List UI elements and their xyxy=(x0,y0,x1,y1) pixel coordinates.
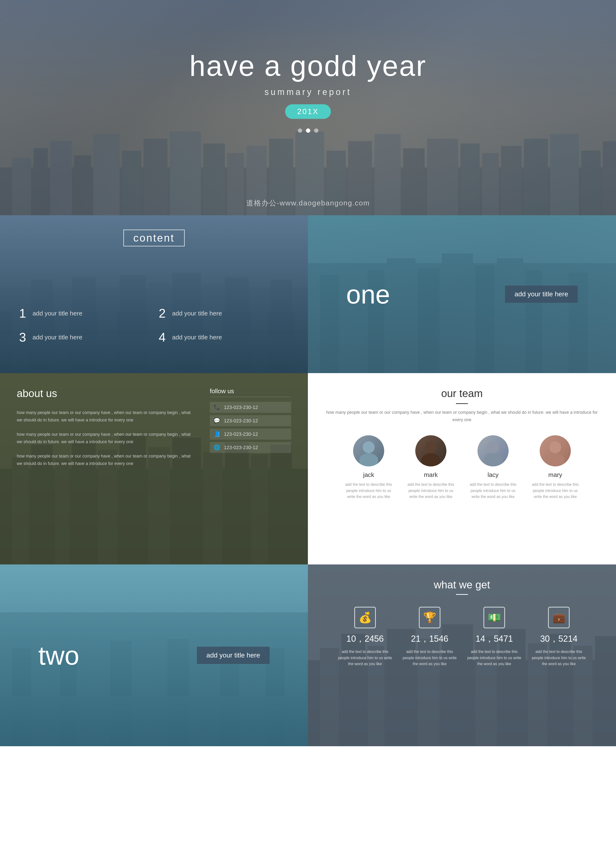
grid-text-3: add your title here xyxy=(33,334,82,341)
grid-num-1: 1 xyxy=(19,306,29,320)
svg-point-78 xyxy=(549,441,561,453)
slide-one: one add your title here xyxy=(308,215,616,373)
hero-title: have a godd year xyxy=(189,49,427,82)
chat-icon: 💬 xyxy=(214,418,220,424)
grid-text-4: add your title here xyxy=(172,334,222,341)
facebook-icon: 📘 xyxy=(214,431,220,437)
grid-num-2: 2 xyxy=(159,306,168,320)
stat-number-4: 30，5214 xyxy=(540,633,577,645)
member-desc-lacy: add the text to describe this people int… xyxy=(467,481,519,500)
dot-1[interactable] xyxy=(298,129,302,133)
contact-1: 📞 123-023-230-12 xyxy=(210,402,291,413)
stat-2: 🏆 21，1546 add the text to describe this … xyxy=(401,607,458,667)
contact-text-2: 123-023-230-12 xyxy=(224,418,258,424)
about-para-1: how many people our team or our company … xyxy=(17,409,191,424)
grid-text-2: add your title here xyxy=(172,310,222,317)
grid-item-4: 4 add your title here xyxy=(159,330,289,344)
follow-title: follow us xyxy=(210,388,291,397)
avatar-jack xyxy=(353,435,384,466)
hero-subtitle: summary report xyxy=(264,87,351,97)
whatweget-content: what we get 💰 10，2456 add the text to de… xyxy=(327,579,597,667)
content-label: content xyxy=(123,229,184,247)
hero-year: 201X xyxy=(285,104,331,119)
svg-point-75 xyxy=(421,453,440,466)
stat-icon-4: 💼 xyxy=(548,607,570,628)
grid-item-2: 2 add your title here xyxy=(159,306,289,320)
stat-1: 💰 10，2456 add the text to describe this … xyxy=(336,607,394,667)
grid-item-1: 1 add your title here xyxy=(19,306,149,320)
stat-number-2: 21，1546 xyxy=(411,633,448,645)
watermark: 道格办公-www.daogebangong.com xyxy=(246,198,370,208)
member-mary: mary add the text to describe this peopl… xyxy=(529,435,581,500)
stat-desc-1: add the text to describe this people int… xyxy=(336,649,394,667)
stat-3: 💵 14，5471 add the text to describe this … xyxy=(465,607,523,667)
about-title: about us xyxy=(17,388,191,399)
avatar-mary xyxy=(540,435,571,466)
dot-3[interactable] xyxy=(314,129,318,133)
content-grid: 1 add your title here 2 add your title h… xyxy=(19,306,289,344)
two-word: two xyxy=(38,640,79,671)
grid-num-3: 3 xyxy=(19,330,29,344)
one-title-box: add your title here xyxy=(505,286,578,303)
member-desc-jack: add the text to describe this people int… xyxy=(343,481,395,500)
one-word: one xyxy=(346,279,390,309)
contact-text-3: 123-023-230-12 xyxy=(224,432,258,437)
team-members: jack add the text to describe this peopl… xyxy=(325,435,599,500)
web-icon: 🌐 xyxy=(214,444,220,451)
member-name-mary: mary xyxy=(548,471,562,479)
svg-point-72 xyxy=(363,441,375,453)
svg-point-77 xyxy=(484,453,503,466)
svg-point-79 xyxy=(546,453,565,466)
whatweget-stats: 💰 10，2456 add the text to describe this … xyxy=(327,607,597,667)
whatweget-divider xyxy=(456,594,468,595)
avatar-mark xyxy=(415,435,446,466)
stat-desc-2: add the text to describe this people int… xyxy=(401,649,458,667)
stat-desc-3: add the text to describe this people int… xyxy=(465,649,523,667)
member-name-jack: jack xyxy=(363,471,374,479)
grid-item-3: 3 add your title here xyxy=(19,330,149,344)
stat-4: 💼 30，5214 add the text to describe this … xyxy=(530,607,588,667)
hero-content: have a godd year summary report 201X xyxy=(0,0,616,215)
hero-dots xyxy=(298,129,318,133)
svg-point-73 xyxy=(359,453,378,466)
slide-hero: have a godd year summary report 201X 道格办… xyxy=(0,0,616,215)
contact-4: 🌐 123-023-230-12 xyxy=(210,442,291,453)
grid-num-4: 4 xyxy=(159,330,168,344)
stat-icon-1: 💰 xyxy=(354,607,376,628)
member-name-mark: mark xyxy=(424,471,438,479)
slide-two: two add your title here xyxy=(0,564,308,746)
contact-text-4: 123-023-230-12 xyxy=(224,445,258,450)
stat-icon-3: 💵 xyxy=(484,607,505,628)
member-name-lacy: lacy xyxy=(487,471,498,479)
grid-text-1: add your title here xyxy=(33,310,82,317)
about-para-3: how many people our team or our company … xyxy=(17,452,191,467)
two-title-box: add your title here xyxy=(197,647,270,664)
row4: two add your title here what we get xyxy=(0,564,616,746)
slide-about: about us how many people our team or our… xyxy=(0,373,308,564)
svg-point-74 xyxy=(425,441,437,453)
avatar-lacy xyxy=(478,435,509,466)
about-left: about us how many people our team or our… xyxy=(17,388,191,474)
about-para-2: how many people our team or our company … xyxy=(17,431,191,445)
team-description: how many people our team or our company … xyxy=(325,409,599,423)
team-divider xyxy=(456,403,468,404)
contact-3: 📘 123-023-230-12 xyxy=(210,429,291,440)
about-right: follow us 📞 123-023-230-12 💬 123-023-230… xyxy=(210,388,291,474)
team-title: our team xyxy=(325,388,599,399)
dot-2[interactable] xyxy=(306,129,310,133)
slide-team: our team how many people our team or our… xyxy=(308,373,616,564)
slide-content: content 1 add your title here 2 add your… xyxy=(0,215,308,373)
stat-icon-2: 🏆 xyxy=(419,607,440,628)
member-lacy: lacy add the text to describe this peopl… xyxy=(467,435,519,500)
slide-whatweget: what we get 💰 10，2456 add the text to de… xyxy=(308,564,616,746)
member-desc-mary: add the text to describe this people int… xyxy=(529,481,581,500)
contact-text-1: 123-023-230-12 xyxy=(224,405,258,410)
row3: about us how many people our team or our… xyxy=(0,373,616,564)
member-desc-mark: add the text to describe this people int… xyxy=(404,481,457,500)
member-mark: mark add the text to describe this peopl… xyxy=(404,435,457,500)
about-content: about us how many people our team or our… xyxy=(0,373,308,489)
svg-point-76 xyxy=(487,441,499,453)
stat-desc-4: add the text to describe this people int… xyxy=(530,649,588,667)
phone-icon: 📞 xyxy=(214,404,220,410)
row2: content 1 add your title here 2 add your… xyxy=(0,215,616,373)
